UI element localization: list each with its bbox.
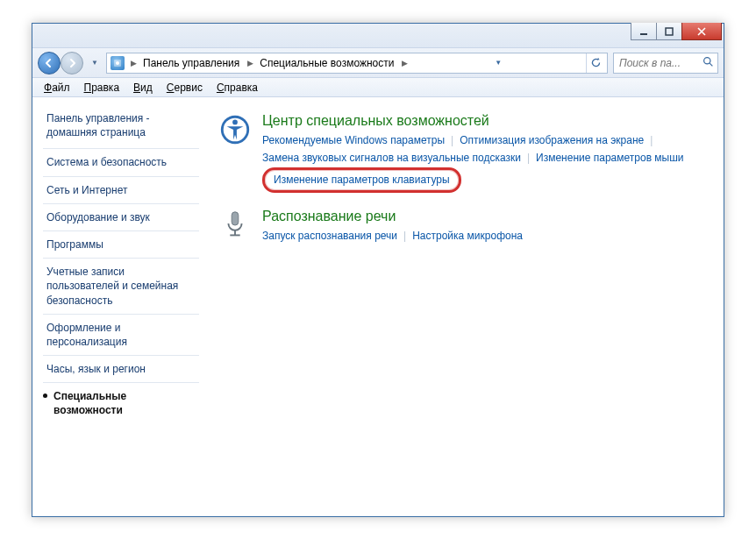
task-link[interactable]: Настройка микрофона <box>412 227 523 245</box>
chevron-right-icon: ▶ <box>397 59 410 67</box>
sidebar-home-link[interactable]: Панель управления - домашняя страница <box>38 108 204 146</box>
sidebar-list: Система и безопасностьСеть и ИнтернетОбо… <box>38 151 204 422</box>
sidebar-item-5[interactable]: Оформление и персонализация <box>38 316 204 353</box>
arrow-left-icon <box>44 58 54 68</box>
breadcrumb-seg-1[interactable]: Панель управления <box>139 53 243 73</box>
close-button[interactable] <box>681 23 722 40</box>
minimize-button[interactable] <box>631 23 657 40</box>
highlight-ring: Изменение параметров клавиатуры <box>262 167 461 193</box>
nav-buttons <box>38 52 83 74</box>
link-divider: | <box>445 134 460 146</box>
link-divider: | <box>644 134 659 146</box>
sidebar-item-4[interactable]: Учетные записи пользователей и семейная … <box>38 260 204 312</box>
refresh-button[interactable] <box>586 53 605 73</box>
task-link[interactable]: Запуск распознавания речи <box>262 227 397 245</box>
back-button[interactable] <box>38 52 61 74</box>
menu-tools[interactable]: Сервис <box>160 80 209 96</box>
category-body: Распознавание речи Запуск распознавания … <box>262 209 523 245</box>
search-icon <box>703 56 714 70</box>
chevron-right-icon: ▶ <box>126 59 139 67</box>
sidebar-item-3[interactable]: Программы <box>38 233 204 256</box>
sidebar-item-7[interactable]: Специальные возможности <box>38 385 204 422</box>
svg-rect-0 <box>640 33 647 35</box>
sidebar-item-0[interactable]: Система и безопасность <box>38 151 204 174</box>
control-panel-icon <box>111 56 125 70</box>
maximize-button[interactable] <box>656 23 682 40</box>
category-title-ease-of-access[interactable]: Центр специальных возможностей <box>262 113 713 129</box>
divider <box>43 382 199 383</box>
search-input[interactable] <box>617 56 699 70</box>
sidebar: Панель управления - домашняя страница Си… <box>32 97 210 516</box>
content-pane: Центр специальных возможностей Рекоменду… <box>210 97 724 516</box>
divider <box>43 355 199 356</box>
minimize-icon <box>639 27 648 36</box>
address-bar-row: ▼ ▶ Панель управления ▶ Специальные возм… <box>32 48 724 78</box>
refresh-icon <box>590 57 602 68</box>
menu-view[interactable]: Вид <box>127 80 159 96</box>
task-link[interactable]: Замена звуковых сигналов на визуальные п… <box>262 149 521 167</box>
window-controls <box>631 23 722 40</box>
menu-file[interactable]: Файл <box>38 80 76 96</box>
divider <box>43 203 199 204</box>
sidebar-item-6[interactable]: Часы, язык и регион <box>38 358 204 380</box>
ease-of-access-icon <box>218 113 252 146</box>
category-links: Рекомендуемые Windows параметры|Оптимиза… <box>262 131 713 193</box>
divider <box>43 230 199 231</box>
microphone-icon <box>218 209 252 242</box>
chevron-right-icon: ▶ <box>243 59 256 67</box>
divider <box>43 148 199 149</box>
window: ▼ ▶ Панель управления ▶ Специальные возм… <box>32 23 724 517</box>
category-speech: Распознавание речи Запуск распознавания … <box>218 209 713 245</box>
svg-rect-1 <box>666 28 673 35</box>
titlebar <box>32 24 724 48</box>
breadcrumb-seg-2[interactable]: Специальные возможности <box>256 53 397 73</box>
arrow-right-icon <box>67 58 77 68</box>
link-divider: | <box>521 152 536 164</box>
svg-line-5 <box>710 63 712 66</box>
close-icon <box>697 27 706 36</box>
category-links: Запуск распознавания речи|Настройка микр… <box>262 227 523 245</box>
svg-rect-9 <box>232 212 239 225</box>
task-link[interactable]: Изменение параметров клавиатуры <box>274 173 450 187</box>
category-body: Центр специальных возможностей Рекоменду… <box>262 113 713 193</box>
sidebar-item-1[interactable]: Сеть и Интернет <box>38 179 204 202</box>
task-link[interactable]: Оптимизация изображения на экране <box>460 131 644 149</box>
maximize-icon <box>665 27 674 36</box>
task-link[interactable]: Рекомендуемые Windows параметры <box>262 131 445 149</box>
menu-bar: Файл Правка Вид Сервис Справка <box>32 78 724 97</box>
forward-button[interactable] <box>61 52 83 74</box>
link-divider: | <box>397 230 412 242</box>
category-title-speech[interactable]: Распознавание речи <box>262 209 523 224</box>
nav-history-dropdown[interactable]: ▼ <box>89 54 101 72</box>
svg-point-3 <box>116 61 119 65</box>
breadcrumb[interactable]: ▶ Панель управления ▶ Специальные возмож… <box>106 53 608 74</box>
category-ease-of-access: Центр специальных возможностей Рекоменду… <box>218 113 713 193</box>
divider <box>43 176 199 177</box>
task-link[interactable]: Изменение параметров мыши <box>536 149 684 167</box>
menu-help[interactable]: Справка <box>210 80 264 96</box>
body: Панель управления - домашняя страница Си… <box>32 97 724 516</box>
breadcrumb-dropdown[interactable]: ▼ <box>490 53 506 73</box>
divider <box>43 258 199 259</box>
divider <box>43 314 199 315</box>
svg-point-4 <box>704 57 710 63</box>
search-box[interactable] <box>613 53 718 74</box>
menu-edit[interactable]: Правка <box>78 80 126 96</box>
sidebar-item-2[interactable]: Оборудование и звук <box>38 206 204 229</box>
svg-point-8 <box>232 120 238 125</box>
